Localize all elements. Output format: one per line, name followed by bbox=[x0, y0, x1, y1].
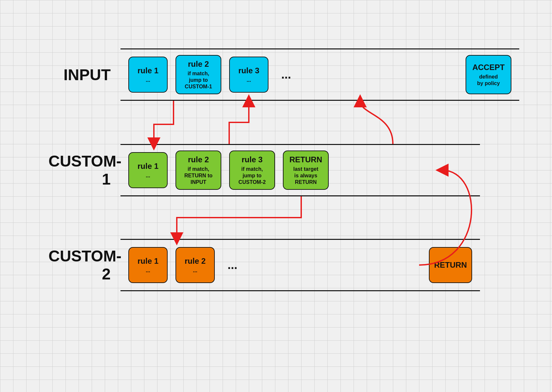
c2-rule1-sub: ... bbox=[146, 267, 150, 274]
input-rule1-box: rule 1 ... bbox=[128, 57, 168, 93]
c2-rule2-box: rule 2 ... bbox=[175, 247, 215, 283]
c2-rule1-title: rule 1 bbox=[138, 256, 158, 266]
input-rule3-title: rule 3 bbox=[238, 66, 259, 76]
input-rule2-box: rule 2 if match, jump to CUSTOM-1 bbox=[175, 55, 221, 94]
c1-return-title: RETURN bbox=[289, 155, 322, 165]
c1-rule2-sub: if match, RETURN to INPUT bbox=[184, 166, 212, 186]
c2-return-title: RETURN bbox=[434, 260, 467, 270]
custom1-chain-row: CUSTOM-1 rule 1 ... rule 2 if match, RET… bbox=[48, 144, 480, 196]
input-rule3-box: rule 3 ... bbox=[229, 57, 268, 93]
c2-rule2-sub: ... bbox=[193, 267, 197, 274]
input-rule1-title: rule 1 bbox=[138, 66, 158, 76]
c2-return-box: RETURN bbox=[429, 247, 472, 283]
custom2-chain-row: CUSTOM-2 rule 1 ... rule 2 ... ... RETUR… bbox=[48, 239, 480, 291]
c1-rule2-box: rule 2 if match, RETURN to INPUT bbox=[175, 151, 221, 190]
c2-rule2-title: rule 2 bbox=[185, 256, 206, 266]
custom1-label: CUSTOM-1 bbox=[48, 152, 120, 188]
c1-return-sub: last target is always RETURN bbox=[293, 166, 318, 186]
c1-rule1-title: rule 1 bbox=[138, 161, 158, 171]
c2-ellipsis: ... bbox=[223, 258, 242, 272]
input-accept-box: ACCEPT defined by policy bbox=[466, 55, 511, 94]
c1-return-box: RETURN last target is always RETURN bbox=[283, 151, 329, 190]
c1-rule1-box: rule 1 ... bbox=[128, 152, 168, 188]
c1-rule1-sub: ... bbox=[146, 172, 150, 179]
custom1-band: rule 1 ... rule 2 if match, RETURN to IN… bbox=[120, 144, 480, 196]
input-chain-row: INPUT rule 1 ... rule 2 if match, jump t… bbox=[48, 48, 519, 101]
input-accept-title: ACCEPT bbox=[472, 62, 505, 72]
input-accept-sub: defined by policy bbox=[477, 74, 500, 87]
input-rule2-sub: if match, jump to CUSTOM-1 bbox=[185, 70, 212, 90]
diagram: INPUT rule 1 ... rule 2 if match, jump t… bbox=[0, 0, 552, 392]
c1-rule3-title: rule 3 bbox=[242, 155, 263, 165]
c1-rule3-sub: if match, jump to CUSTOM-2 bbox=[238, 166, 266, 186]
input-ellipsis: ... bbox=[276, 68, 296, 81]
c2-rule1-box: rule 1 ... bbox=[128, 247, 168, 283]
input-band: rule 1 ... rule 2 if match, jump to CUST… bbox=[120, 48, 519, 101]
c1-rule3-box: rule 3 if match, jump to CUSTOM-2 bbox=[229, 151, 275, 190]
input-rule2-title: rule 2 bbox=[188, 59, 209, 69]
custom2-band: rule 1 ... rule 2 ... ... RETURN bbox=[120, 239, 480, 291]
c1-rule2-title: rule 2 bbox=[188, 155, 209, 165]
input-rule3-sub: ... bbox=[247, 77, 251, 83]
input-rule1-sub: ... bbox=[146, 77, 150, 83]
custom2-label: CUSTOM-2 bbox=[48, 247, 120, 283]
input-label: INPUT bbox=[48, 66, 120, 84]
